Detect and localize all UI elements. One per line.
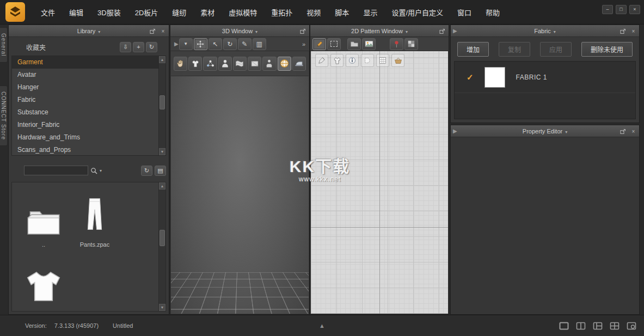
edit-pattern-awl-icon[interactable] xyxy=(315,54,328,67)
open-folder-icon[interactable] xyxy=(347,38,361,50)
fabric-apply-button[interactable]: 应用 xyxy=(540,42,572,57)
drape-cloth-icon[interactable] xyxy=(233,57,247,71)
close-button[interactable]: × xyxy=(629,5,640,14)
fabric-swatch[interactable] xyxy=(484,67,505,88)
menu-material[interactable]: 素材 xyxy=(193,0,222,25)
avatar-display-icon[interactable] xyxy=(218,57,232,71)
transform-pattern-tool-icon[interactable] xyxy=(312,38,326,50)
detach-panel-icon[interactable] xyxy=(620,129,627,135)
colorway-globe-icon[interactable] xyxy=(278,57,291,71)
tab-connect-store[interactable]: CONNECT Store xyxy=(0,85,8,146)
grid-table-icon[interactable] xyxy=(376,54,389,67)
search-icon[interactable] xyxy=(90,167,97,174)
menu-edit[interactable]: 编辑 xyxy=(62,0,90,25)
library-thumb-parent-folder[interactable]: .. xyxy=(19,188,69,248)
menu-retopology[interactable]: 重拓扑 xyxy=(264,0,299,25)
tab-general[interactable]: General xyxy=(0,27,8,63)
library-thumb-tshirt[interactable] xyxy=(19,265,69,303)
search-options-dropdown-icon[interactable]: ▾ xyxy=(100,168,102,173)
fabric-delete-unused-button[interactable]: 删除未使用 xyxy=(581,42,633,57)
close-panel-icon[interactable]: × xyxy=(630,128,637,135)
layout-mixed-icon[interactable] xyxy=(593,322,603,330)
chevron-down-icon[interactable]: ▾ xyxy=(554,29,556,34)
fabric-panel-header[interactable]: ▶ Fabric▾ × xyxy=(451,25,639,37)
minimize-button[interactable]: – xyxy=(602,5,613,14)
simulate-hand-icon[interactable] xyxy=(174,57,187,71)
menu-2d-pattern[interactable]: 2D板片 xyxy=(128,0,165,25)
close-panel-icon[interactable]: × xyxy=(160,28,167,35)
fold-cloth-icon[interactable] xyxy=(248,57,261,71)
library-item-avatar[interactable]: Avatar xyxy=(12,69,158,81)
layout-reset-icon[interactable] xyxy=(627,322,636,330)
list-view-toggle-button[interactable]: ▤ xyxy=(155,166,166,176)
chevron-down-icon[interactable]: ▾ xyxy=(98,29,100,34)
menu-video[interactable]: 视频 xyxy=(299,0,328,25)
menu-window[interactable]: 窗口 xyxy=(450,0,479,25)
property-editor-header[interactable]: ▶ Property Editor▾ × xyxy=(451,125,639,137)
press-iron-icon[interactable] xyxy=(292,57,306,71)
image-icon[interactable] xyxy=(362,38,376,50)
info-icon[interactable] xyxy=(346,54,359,67)
particle-distance-icon[interactable] xyxy=(203,57,217,71)
fabric-list-item[interactable]: ✓ FABRIC 1 xyxy=(455,62,635,93)
library-item-scans-and-props[interactable]: Scans_and_Props xyxy=(12,144,158,155)
dock-arrow-icon[interactable]: ▶ xyxy=(453,128,457,134)
refresh-library-button[interactable]: ↻ xyxy=(141,166,152,176)
menu-display[interactable]: 显示 xyxy=(356,0,384,25)
library-item-garment[interactable]: Garment xyxy=(12,56,158,69)
rotate-view-icon[interactable]: ↻ xyxy=(223,38,237,50)
detach-panel-icon[interactable] xyxy=(439,28,446,34)
import-favorite-button[interactable]: ⇩ xyxy=(120,42,131,52)
layout-two-pane-icon[interactable] xyxy=(576,322,586,330)
texture-swatch-icon[interactable] xyxy=(404,38,418,50)
scroll-up-icon[interactable]: ▲ xyxy=(159,182,165,190)
garment-outline-icon[interactable] xyxy=(330,54,344,67)
chevron-down-icon[interactable]: ▾ xyxy=(406,29,408,34)
layout-single-icon[interactable] xyxy=(559,322,569,330)
layout-quad-icon[interactable] xyxy=(610,322,620,330)
library-item-fabric[interactable]: Fabric xyxy=(12,94,158,106)
scroll-thumb[interactable] xyxy=(160,230,165,246)
scroll-down-icon[interactable]: ▼ xyxy=(159,148,165,155)
library-item-hardware-and-trims[interactable]: Hardware_and_Trims xyxy=(12,131,158,144)
basket-icon[interactable] xyxy=(391,54,404,67)
scroll-up-icon[interactable]: ▲ xyxy=(159,56,165,63)
pin-icon[interactable] xyxy=(390,38,403,50)
library-list-scrollbar[interactable]: ▲ ▼ xyxy=(158,56,165,155)
select-tool-icon[interactable]: ↖ xyxy=(208,38,222,50)
menu-file[interactable]: 文件 xyxy=(34,0,62,25)
showroom-icon[interactable]: ▥ xyxy=(253,38,266,50)
refresh-favorites-button[interactable]: ↻ xyxy=(146,42,157,52)
2d-pattern-viewport[interactable] xyxy=(311,51,448,314)
library-thumb-pants[interactable]: Pants.zpac xyxy=(70,188,120,248)
menu-script[interactable]: 脚本 xyxy=(328,0,356,25)
box-select-icon[interactable] xyxy=(327,38,341,50)
menu-3d-garment[interactable]: 3D服装 xyxy=(90,0,128,25)
dock-arrow-icon[interactable]: ▶ xyxy=(174,41,179,47)
library-item-interior-fabric[interactable]: Interior_Fabric xyxy=(12,119,158,131)
maximize-button[interactable]: □ xyxy=(616,5,627,14)
fabric-add-button[interactable]: 增加 xyxy=(457,42,489,57)
gizmo-dropdown-icon[interactable]: ▼ xyxy=(179,38,193,50)
expand-statusbar-icon[interactable]: ▲ xyxy=(319,322,325,329)
menu-settings-customize[interactable]: 设置/用户自定义 xyxy=(384,0,450,25)
pattern-piece-icon[interactable] xyxy=(361,54,374,67)
menu-avatar[interactable]: 虚拟模特 xyxy=(222,0,264,25)
pen-tool-icon[interactable]: ✎ xyxy=(238,38,252,50)
library-panel-header[interactable]: Library▾ × xyxy=(9,25,169,37)
scroll-thumb[interactable] xyxy=(160,95,165,109)
menu-sewing[interactable]: 缝纫 xyxy=(165,0,193,25)
3d-viewport[interactable] xyxy=(171,51,309,314)
add-favorite-button[interactable]: + xyxy=(133,42,144,52)
menu-help[interactable]: 帮助 xyxy=(479,0,507,25)
2d-pattern-window-header[interactable]: 2D Pattern Window▾ xyxy=(310,25,449,37)
chevron-down-icon[interactable]: ▾ xyxy=(255,29,257,34)
garment-wind-icon[interactable] xyxy=(188,57,202,71)
thumbnail-scrollbar[interactable]: ▲ ▼ xyxy=(158,182,165,311)
toolbar-overflow-icon[interactable]: » xyxy=(302,41,308,47)
avatar-pose-icon[interactable] xyxy=(262,57,276,71)
3d-window-header[interactable]: 3D Window▾ xyxy=(170,25,309,37)
detach-panel-icon[interactable] xyxy=(620,28,627,34)
fabric-copy-button[interactable]: 复制 xyxy=(499,42,530,57)
detach-panel-icon[interactable] xyxy=(150,28,157,34)
